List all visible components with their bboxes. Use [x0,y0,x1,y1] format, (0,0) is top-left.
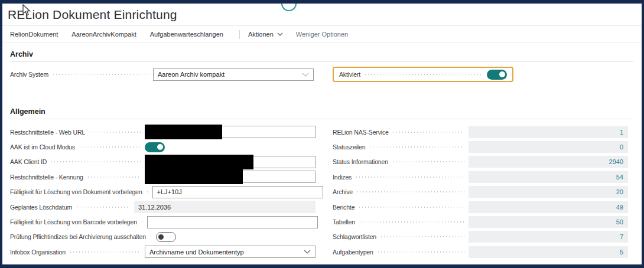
infobox-organisation-select[interactable]: Archivname und Dokumententyp [145,246,316,258]
dotted-leader [392,129,464,135]
field-rest-kennung: Restschnittstelle - Kennung [10,169,316,184]
faelligkeit-dokument-input[interactable]: +LJ+10J [152,186,323,198]
field-label: Status Informationen [333,158,388,165]
rest-kennung-input[interactable] [145,171,316,183]
field-pruefung-pflichtindizes: Prüfung Pflichtindizes bei Archivierung … [10,230,316,244]
dotted-leader [359,219,464,225]
field-schlagwortlisten: Schlagwortlisten 7 [333,230,628,244]
indizes-value[interactable]: 54 [469,171,628,183]
drilldown-value[interactable]: 2940 [609,158,623,165]
aak-client-id-input[interactable] [145,156,316,168]
aktiviert-toggle[interactable] [487,70,507,80]
field-label: Tabellen [333,218,355,225]
redaction-overlay [145,169,243,184]
pruefung-pflichtindizes-toggle[interactable] [156,232,176,242]
field-aak-client-id: AAK Client ID [10,155,316,169]
field-label: Infobox Organisation [10,249,66,256]
berichte-value[interactable]: 49 [469,201,628,213]
field-label: Fälligkeit für Löschung von Dokument vor… [10,188,142,195]
field-label: Archiv System [10,71,48,78]
archiv-system-value: Aareon Archiv kompakt [158,71,225,78]
archive-value[interactable]: 20 [469,186,628,198]
drilldown-value[interactable]: 5 [620,249,623,256]
dotted-leader [364,71,483,77]
field-label: Archive [333,188,353,195]
field-label: RELion NAS-Service [333,129,389,136]
field-label: Aktiviert [339,71,360,78]
section-allgemein: Allgemein Restschnittstelle - Web URL AA… [10,104,633,260]
dotted-leader [87,174,141,180]
field-label: Prüfung Pflichtindizes bei Archivierung … [10,233,146,240]
relion-nas-service-value[interactable]: 1 [469,126,628,138]
faelligkeit-barcode-input[interactable] [147,216,318,228]
chevron-down-icon [304,250,311,254]
field-label: Restschnittstelle - Web URL [10,129,85,136]
dotted-leader [141,219,143,225]
field-aufgabentypen: Aufgabentypen 5 [333,244,628,259]
redaction-overlay [145,125,222,139]
menu-reliondokument[interactable]: RelionDokument [10,31,58,38]
aak-cloud-modus-toggle[interactable] [145,142,165,152]
dotted-leader [392,159,464,165]
drilldown-value[interactable]: 20 [616,188,623,195]
menu-aareonarchivkompakt[interactable]: AareonArchivKompakt [71,31,136,38]
company-badge-icon [281,3,297,11]
dotted-leader [380,234,464,240]
field-infobox-organisation: Infobox Organisation Archivname und Doku… [10,244,316,259]
dotted-leader [358,204,464,210]
dotted-leader [52,71,149,77]
menu-aktionen[interactable]: Aktionen [248,31,283,38]
allgemein-right-column: RELion NAS-Service 1 Statuszeilen 0 Stat… [333,125,628,260]
aufgabentypen-value[interactable]: 5 [469,246,628,258]
section-archiv-header: Archiv [10,47,633,62]
menu-aufgabenwarteschlangen[interactable]: Aufgabenwarteschlangen [150,31,223,38]
field-label: Indizes [333,174,352,181]
dotted-leader [76,204,130,210]
field-berichte: Berichte 49 [333,200,628,214]
status-informationen-value[interactable]: 2940 [469,156,628,168]
field-tabellen: Tabellen 50 [333,214,628,229]
tabellen-value[interactable]: 50 [469,216,628,228]
field-archive: Archive 20 [333,185,628,200]
field-value: +LJ+10J [157,188,182,195]
dotted-leader [50,159,141,165]
rest-web-url-input[interactable] [145,126,316,138]
menu-aktionen-label: Aktionen [248,31,274,38]
drilldown-value[interactable]: 54 [616,174,623,181]
field-faelligkeit-barcode: Fälligkeit für Löschung von Barcode vorb… [10,214,316,229]
drilldown-value[interactable]: 7 [620,233,623,240]
drilldown-value[interactable]: 49 [616,204,623,211]
chevron-down-icon [302,73,309,77]
schlagwortlisten-value[interactable]: 7 [469,231,628,243]
statuszeilen-value[interactable]: 0 [469,141,628,153]
dotted-leader [356,189,464,195]
field-archiv-system: Archiv System Aareon Archiv kompakt [10,68,314,81]
drilldown-value[interactable]: 0 [620,143,623,151]
field-label: AAK Client ID [10,158,47,165]
field-geplantes-loeschdatum: Geplantes Löschdatum 31.12.2036 [10,200,316,214]
field-faelligkeit-dokument: Fälligkeit für Löschung von Dokument vor… [10,185,316,200]
dotted-leader [146,189,148,195]
field-indizes: Indizes 54 [333,169,628,184]
page-content: Archiv Archiv System Aareon Archiv kompa… [2,47,642,260]
field-label: Statuszeilen [333,143,365,151]
app-window: RELion Dokument Einrichtung RelionDokume… [0,0,644,268]
field-rest-web-url: Restschnittstelle - Web URL [10,125,316,139]
drilldown-value[interactable]: 50 [616,218,623,225]
field-label: Berichte [333,204,354,211]
drilldown-value[interactable]: 1 [620,129,623,136]
page-title: RELion Dokument Einrichtung [8,8,177,22]
dotted-leader [89,129,141,135]
field-label: Geplantes Löschdatum [10,204,72,211]
menu-weniger-optionen[interactable]: Weniger Optionen [296,31,348,38]
allgemein-columns: Restschnittstelle - Web URL AAK ist im C… [10,125,633,260]
archiv-system-select[interactable]: Aareon Archiv kompakt [153,68,314,81]
chevron-down-icon [277,32,283,36]
allgemein-left-column: Restschnittstelle - Web URL AAK ist im C… [10,125,316,260]
mouse-cursor-icon [22,4,31,17]
field-label: Schlagwortlisten [333,233,376,240]
field-aak-cloud-modus: AAK ist im Cloud Modus [10,139,316,154]
field-statuszeilen: Statuszeilen 0 [333,139,628,154]
section-allgemein-header: Allgemein [10,104,633,119]
field-value: Archivname und Dokumententyp [149,249,244,256]
